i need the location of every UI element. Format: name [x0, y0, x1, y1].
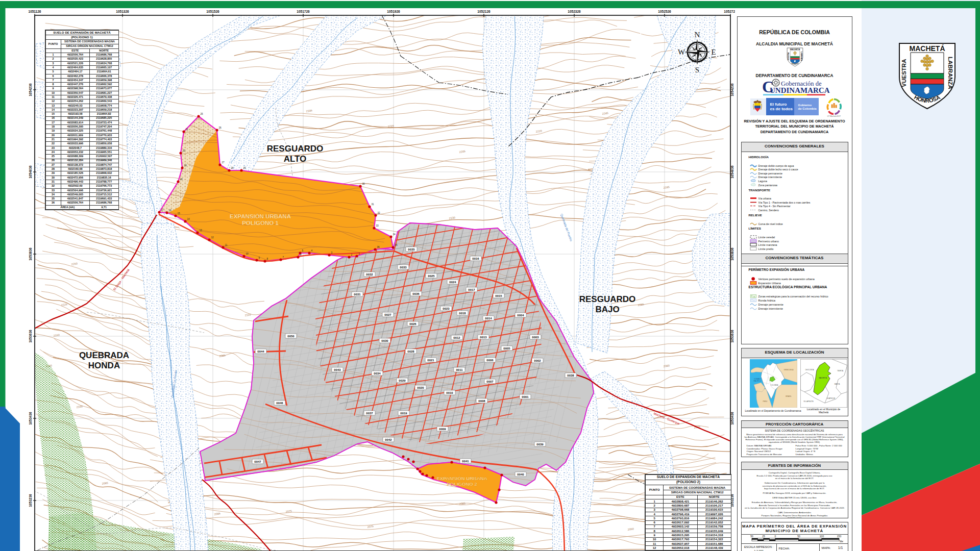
svg-text:RESGUARDO: RESGUARDO [579, 294, 636, 304]
svg-text:PERU: PERU [763, 400, 768, 403]
svg-text:0040: 0040 [517, 473, 524, 476]
svg-text:4: 4 [311, 249, 313, 252]
svg-text:1053436: 1053436 [730, 412, 734, 425]
svg-text:0031: 0031 [354, 293, 361, 296]
svg-text:0004: 0004 [517, 314, 524, 317]
svg-text:0016: 0016 [472, 257, 479, 260]
svg-text:ALTO: ALTO [284, 154, 307, 164]
svg-text:VUESTRA: VUESTRA [901, 59, 907, 87]
svg-text:1054036: 1054036 [730, 165, 734, 179]
svg-text:MACHETÁ: MACHETÁ [819, 377, 827, 379]
svg-text:BAJO: BAJO [595, 305, 619, 314]
svg-text:1052726: 1052726 [724, 10, 735, 13]
svg-text:0033: 0033 [400, 266, 407, 269]
svg-text:1051926: 1051926 [387, 10, 400, 13]
svg-text:MANTA: MANTA [834, 383, 839, 385]
svg-text:10: 10 [246, 253, 249, 255]
svg-text:1052326: 1052326 [568, 10, 581, 13]
svg-text:1051126: 1051126 [29, 10, 41, 13]
svg-text:GUATEQUE: GUATEQUE [826, 397, 835, 399]
svg-text:0026: 0026 [409, 322, 416, 325]
svg-text:CHOCONTÁ: CHOCONTÁ [805, 369, 814, 371]
svg-text:EXPANSIÓN URBANA: EXPANSIÓN URBANA [230, 213, 291, 219]
svg-text:15: 15 [178, 212, 181, 215]
svg-text:0013: 0013 [480, 336, 487, 339]
svg-text:0001: 0001 [522, 395, 529, 398]
svg-text:0021: 0021 [427, 359, 434, 362]
svg-text:20: 20 [183, 149, 186, 152]
svg-text:0036: 0036 [412, 292, 420, 295]
svg-text:0047: 0047 [254, 460, 261, 463]
svg-text:34: 34 [393, 233, 396, 236]
svg-text:1054036: 1054036 [29, 165, 32, 179]
svg-text:MACHETÁ: MACHETÁ [910, 44, 945, 53]
svg-text:POLÍGONO 2: POLÍGONO 2 [447, 481, 477, 487]
svg-text:1051326: 1051326 [116, 10, 129, 13]
svg-text:0044: 0044 [257, 350, 264, 353]
svg-text:HONDA: HONDA [88, 361, 120, 370]
svg-text:9: 9 [259, 257, 260, 259]
svg-text:0028: 0028 [407, 350, 414, 353]
svg-text:UNDINAMARCA: UNDINAMARCA [770, 86, 830, 94]
svg-text:Metros: Metros [840, 540, 843, 543]
svg-text:7: 7 [283, 256, 284, 259]
svg-text:30: 30 [362, 183, 365, 185]
svg-text:1051526: 1051526 [206, 10, 219, 13]
svg-text:PACIFICO: PACIFICO [753, 380, 761, 382]
svg-text:QUEBRADA: QUEBRADA [79, 350, 129, 360]
svg-text:29: 29 [243, 167, 247, 169]
svg-text:1053636: 1053636 [730, 330, 734, 343]
svg-text:1054236: 1054236 [29, 83, 32, 96]
svg-text:1053836: 1053836 [730, 247, 734, 261]
svg-text:12: 12 [211, 236, 214, 239]
svg-text:16: 16 [169, 209, 172, 212]
svg-text:0018: 0018 [459, 312, 466, 315]
svg-text:0027: 0027 [384, 313, 391, 316]
svg-text:POLÍGONO 1: POLÍGONO 1 [242, 220, 279, 226]
svg-text:0050: 0050 [287, 335, 295, 338]
svg-text:RESGUARDO: RESGUARDO [267, 144, 324, 154]
svg-text:0043: 0043 [334, 368, 341, 371]
svg-text:VUESTRA: VUESTRA [787, 52, 789, 60]
svg-text:0046: 0046 [276, 402, 283, 405]
svg-text:0038: 0038 [567, 374, 574, 377]
svg-text:VILLAPINZÓN: VILLAPINZÓN [803, 400, 814, 403]
svg-text:0024: 0024 [449, 281, 456, 284]
svg-text:MACHETÁ: MACHETÁ [790, 48, 800, 51]
svg-text:0002: 0002 [534, 359, 541, 362]
svg-text:1: 1 [359, 253, 360, 255]
svg-text:0012: 0012 [453, 336, 460, 339]
svg-text:35: 35 [395, 244, 398, 246]
svg-text:LABRANZA: LABRANZA [800, 52, 802, 61]
svg-text:0032: 0032 [366, 273, 373, 276]
svg-text:13: 13 [200, 229, 203, 232]
svg-text:E: E [711, 48, 716, 56]
svg-text:50: 50 [750, 535, 753, 538]
svg-text:1054236: 1054236 [730, 83, 734, 96]
svg-text:0009: 0009 [439, 428, 446, 431]
svg-text:17: 17 [161, 209, 164, 211]
svg-text:S: S [695, 66, 699, 74]
svg-text:VENEZUELA: VENEZUELA [783, 369, 794, 371]
svg-text:0025: 0025 [428, 274, 435, 278]
svg-text:14: 14 [187, 218, 190, 220]
svg-text:W: W [678, 48, 685, 56]
svg-text:0: 0 [774, 535, 776, 538]
svg-text:0014: 0014 [485, 317, 492, 320]
svg-text:26: 26 [219, 127, 222, 129]
svg-text:N: N [695, 31, 700, 39]
svg-text:0007: 0007 [486, 380, 494, 383]
svg-text:0035: 0035 [408, 248, 415, 251]
svg-text:25: 25 [762, 535, 765, 538]
svg-text:0041: 0041 [462, 460, 469, 463]
svg-text:0017: 0017 [468, 288, 475, 291]
svg-text:28: 28 [231, 167, 234, 169]
svg-text:0015: 0015 [495, 294, 502, 297]
svg-text:0006: 0006 [486, 359, 494, 362]
svg-text:0003: 0003 [532, 336, 539, 339]
svg-text:27: 27 [222, 161, 225, 164]
svg-text:150: 150 [837, 535, 841, 538]
svg-text:100: 100 [819, 535, 824, 538]
svg-text:1053436: 1053436 [29, 412, 32, 425]
svg-text:36: 36 [377, 246, 380, 248]
